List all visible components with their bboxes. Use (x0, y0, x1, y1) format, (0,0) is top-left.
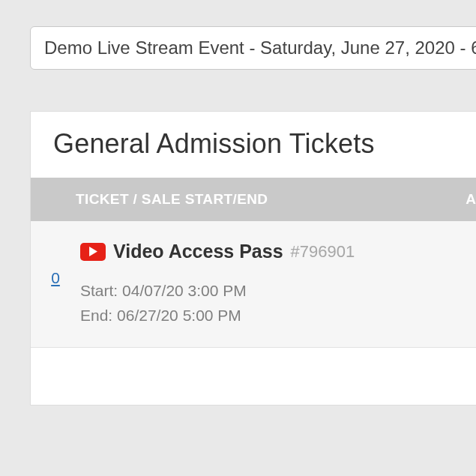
sale-start: 04/07/20 3:00 PM (122, 282, 247, 299)
sale-end: 06/27/20 5:00 PM (117, 307, 241, 324)
panel-title: General Admission Tickets (31, 112, 476, 178)
ticket-id: #796901 (291, 242, 355, 262)
empty-row (31, 348, 476, 405)
event-select-text: Demo Live Stream Event - Saturday, June … (44, 37, 476, 58)
video-icon (80, 243, 106, 261)
ticket-order-link[interactable]: 0 (51, 269, 60, 286)
col-ticket-header: TICKET / SALE START/END (31, 191, 466, 208)
tickets-panel: General Admission Tickets TICKET / SALE … (30, 111, 476, 406)
table-header: TICKET / SALE START/END AI (31, 178, 476, 221)
ticket-name: Video Access Pass (113, 241, 283, 262)
event-select[interactable]: Demo Live Stream Event - Saturday, June … (30, 26, 476, 70)
col-right-header: AI (466, 191, 476, 208)
ticket-row: 0 Video Access Pass #796901 Start: 04/07… (31, 221, 476, 348)
sale-dates: Start: 04/07/20 3:00 PM End: 06/27/20 5:… (80, 279, 476, 328)
